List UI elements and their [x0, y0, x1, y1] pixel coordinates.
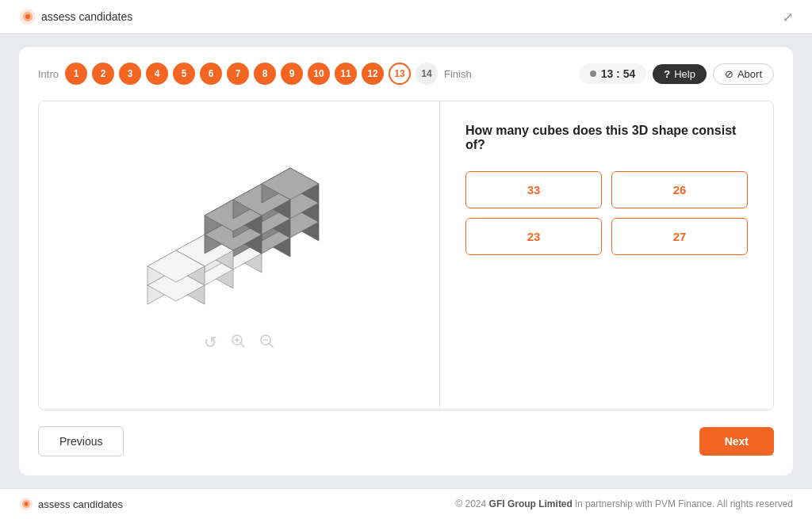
nav-bubble-10[interactable]: 10 [308, 63, 330, 85]
timer-dot [590, 71, 596, 77]
answer-33[interactable]: 33 [465, 171, 602, 208]
abort-label: Abort [737, 68, 762, 80]
nav-bubble-1[interactable]: 1 [65, 63, 87, 85]
help-label: Help [674, 68, 695, 80]
bottom-copyright: © 2024 GFI Group Limited in partnership … [455, 498, 793, 509]
bottom-logo-area: assess candidates [19, 497, 123, 511]
main-card: Intro 1 2 3 4 5 6 7 8 9 10 11 12 13 14 F… [19, 47, 793, 475]
image-controls: ↺ [204, 333, 274, 353]
top-bar: assess candidates ⤢ [0, 0, 812, 34]
nav-bubble-11[interactable]: 11 [335, 63, 357, 85]
footer-nav: Previous Next [38, 426, 774, 456]
svg-point-2 [25, 14, 30, 19]
question-panel: How many cubes does this 3D shape consis… [440, 101, 773, 410]
help-icon: ? [664, 68, 670, 80]
intro-label: Intro [38, 68, 59, 80]
nav-bubble-4[interactable]: 4 [146, 63, 168, 85]
bottom-bar: assess candidates © 2024 GFI Group Limit… [0, 488, 812, 519]
zoom-out-icon[interactable] [259, 333, 274, 353]
nav-bubble-2[interactable]: 2 [92, 63, 114, 85]
nav-bubble-14[interactable]: 14 [416, 63, 438, 85]
logo-icon [19, 8, 36, 25]
nav-bubble-9[interactable]: 9 [281, 63, 303, 85]
answer-23[interactable]: 23 [465, 218, 602, 255]
brand-name: assess candidates [41, 10, 132, 23]
expand-icon[interactable]: ⤢ [783, 10, 793, 25]
content-area: ↺ [38, 101, 774, 410]
image-panel: ↺ [39, 101, 440, 410]
help-button[interactable]: ? Help [653, 64, 707, 84]
previous-button[interactable]: Previous [38, 426, 124, 456]
answer-26[interactable]: 26 [611, 171, 748, 208]
nav-bubble-6[interactable]: 6 [200, 63, 222, 85]
3d-shape-svg [144, 158, 335, 317]
reset-icon[interactable]: ↺ [204, 333, 217, 353]
timer-box: 13 : 54 [579, 63, 647, 84]
finish-label[interactable]: Finish [444, 68, 472, 80]
logo-area: assess candidates [19, 8, 132, 25]
nav-bubble-12[interactable]: 12 [362, 63, 384, 85]
abort-icon: ⊘ [725, 68, 733, 80]
timer-area: 13 : 54 ? Help ⊘ Abort [579, 63, 774, 85]
bottom-logo-icon [19, 497, 33, 511]
svg-point-51 [25, 502, 29, 506]
nav-bubble-8[interactable]: 8 [254, 63, 276, 85]
bottom-brand-name: assess candidates [38, 498, 123, 510]
main-container: Intro 1 2 3 4 5 6 7 8 9 10 11 12 13 14 F… [0, 34, 812, 488]
answer-27[interactable]: 27 [611, 218, 748, 255]
timer-display: 13 : 54 [601, 67, 636, 80]
nav-bubble-7[interactable]: 7 [227, 63, 249, 85]
svg-line-43 [241, 344, 245, 348]
nav-bubble-5[interactable]: 5 [173, 63, 195, 85]
answers-grid: 33 26 23 27 [465, 171, 748, 255]
nav-bubble-3[interactable]: 3 [119, 63, 141, 85]
svg-line-47 [270, 344, 274, 348]
zoom-in-icon[interactable] [230, 333, 246, 353]
abort-button[interactable]: ⊘ Abort [713, 63, 774, 85]
next-button[interactable]: Next [699, 427, 774, 456]
question-text: How many cubes does this 3D shape consis… [465, 124, 748, 152]
shape-container [144, 158, 335, 317]
nav-bar: Intro 1 2 3 4 5 6 7 8 9 10 11 12 13 14 F… [38, 63, 774, 85]
nav-bubble-13[interactable]: 13 [389, 63, 411, 85]
